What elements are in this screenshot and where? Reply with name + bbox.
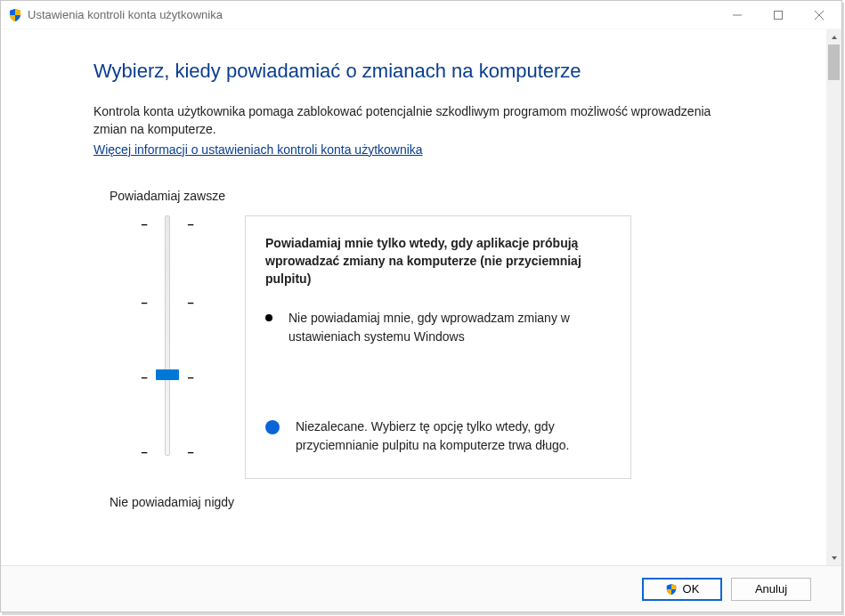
- cancel-button-label: Anuluj: [755, 582, 787, 596]
- dialog-footer: OK Anuluj: [1, 565, 841, 612]
- ok-button-label: OK: [683, 582, 700, 596]
- scroll-down-arrow[interactable]: [826, 550, 841, 565]
- level-description-bullet-text: Nie powiadamiaj mnie, gdy wprowadzam zmi…: [288, 309, 611, 346]
- notification-level-block: Powiadamiaj zawsze –– –– –– –– Powiad: [110, 189, 757, 509]
- page-heading: Wybierz, kiedy powiadamiać o zmianach na…: [93, 60, 757, 83]
- info-icon: [265, 420, 280, 434]
- svg-marker-5: [832, 556, 837, 560]
- svg-marker-4: [832, 36, 837, 39]
- uac-settings-window: Ustawienia kontroli konta użytkownika Wy…: [0, 0, 842, 612]
- cancel-button[interactable]: Anuluj: [731, 578, 811, 601]
- slider-track: [165, 215, 170, 456]
- minimize-button[interactable]: [717, 2, 758, 28]
- scroll-area: Wybierz, kiedy powiadamiać o zmianach na…: [1, 29, 841, 565]
- content: Wybierz, kiedy powiadamiać o zmianach na…: [1, 29, 826, 509]
- shield-icon: [8, 8, 22, 22]
- slider-tick-2: ––: [140, 296, 195, 309]
- scroll-up-arrow[interactable]: [826, 29, 841, 45]
- lead-paragraph: Kontrola konta użytkownika pomaga zablok…: [93, 102, 735, 139]
- level-description-bullet: Nie powiadamiaj mnie, gdy wprowadzam zmi…: [265, 309, 611, 346]
- vertical-scrollbar[interactable]: [826, 29, 841, 565]
- titlebar: Ustawienia kontroli konta użytkownika: [1, 1, 841, 29]
- recommendation-row: Niezalecane. Wybierz tę opcję tylko wted…: [265, 417, 611, 455]
- svg-rect-1: [775, 11, 783, 19]
- level-description-title: Powiadamiaj mnie tylko wtedy, gdy aplika…: [265, 234, 611, 288]
- maximize-button[interactable]: [758, 2, 799, 28]
- close-button[interactable]: [799, 2, 840, 28]
- ok-button[interactable]: OK: [642, 578, 722, 601]
- uac-slider[interactable]: –– –– –– ––: [126, 215, 207, 479]
- level-description-panel: Powiadamiaj mnie tylko wtedy, gdy aplika…: [245, 215, 631, 479]
- recommendation-text: Niezalecane. Wybierz tę opcję tylko wted…: [296, 417, 611, 455]
- slider-tick-3: ––: [140, 217, 195, 231]
- bullet-icon: [265, 314, 272, 321]
- slider-tick-0: ––: [140, 445, 195, 458]
- slider-label-never: Nie powiadamiaj nigdy: [110, 495, 757, 509]
- window-title: Ustawienia kontroli konta użytkownika: [28, 8, 223, 21]
- slider-thumb[interactable]: [156, 369, 179, 380]
- shield-icon: [665, 583, 678, 596]
- scrollbar-thumb[interactable]: [828, 45, 840, 80]
- slider-label-always: Powiadamiaj zawsze: [110, 189, 757, 203]
- more-info-link[interactable]: Więcej informacji o ustawieniach kontrol…: [93, 142, 423, 157]
